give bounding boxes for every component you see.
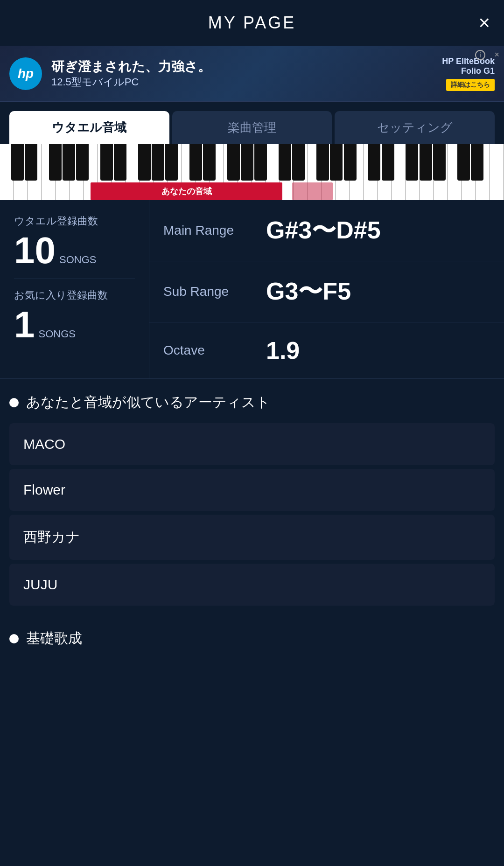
bottom-dot-icon bbox=[9, 634, 19, 643]
close-button[interactable]: × bbox=[478, 13, 490, 33]
artist-section-title: あなたと音域が似ているアーティスト bbox=[26, 393, 270, 412]
tab-settings[interactable]: セッティング bbox=[335, 111, 495, 144]
ad-close-icon[interactable]: × bbox=[494, 50, 499, 60]
range-indicator-sub bbox=[292, 182, 332, 200]
favorite-songs-label: お気に入り登録曲数 bbox=[14, 288, 135, 302]
ad-banner: hp 研ぎ澄まされた、力強さ。 12.5型モバイルPC HP EliteBook… bbox=[0, 46, 504, 102]
main-range-value: G#3〜D#5 bbox=[266, 214, 381, 247]
stats-section: ウタエル登録曲数 10 SONGS お気に入り登録曲数 1 SONGS Main… bbox=[0, 200, 504, 379]
section-dot-icon bbox=[9, 398, 19, 407]
artist-section-header: あなたと音域が似ているアーティスト bbox=[9, 393, 495, 412]
sub-range-value: G3〜F5 bbox=[266, 275, 351, 308]
tab-song-management[interactable]: 楽曲管理 bbox=[172, 111, 332, 144]
ad-text: 研ぎ澄まされた、力強さ。 12.5型モバイルPC bbox=[51, 58, 442, 89]
ad-product: HP EliteBookFolio G1 bbox=[442, 56, 495, 76]
registered-songs-count: 10 SONGS bbox=[14, 232, 135, 269]
favorite-songs-count: 1 SONGS bbox=[14, 306, 135, 343]
range-indicator-label: あなたの音域 bbox=[161, 186, 212, 197]
artist-item[interactable]: JUJU bbox=[9, 564, 495, 606]
stats-right-panel: Main Range G#3〜D#5 Sub Range G3〜F5 Octav… bbox=[149, 200, 504, 378]
bottom-section-title: 基礎歌成 bbox=[26, 629, 82, 648]
registered-songs-label: ウタエル登録曲数 bbox=[14, 214, 135, 228]
ad-headline: 研ぎ澄まされた、力強さ。 bbox=[51, 58, 442, 75]
octave-row: Octave 1.9 bbox=[149, 322, 504, 378]
range-indicator-main: あなたの音域 bbox=[91, 182, 282, 200]
artist-item[interactable]: Flower bbox=[9, 469, 495, 511]
octave-value: 1.9 bbox=[266, 336, 300, 364]
piano-keyboard: あなたの音域 bbox=[0, 144, 504, 200]
stats-left-panel: ウタエル登録曲数 10 SONGS お気に入り登録曲数 1 SONGS bbox=[0, 200, 149, 378]
tab-bar: ウタエル音域 楽曲管理 セッティング bbox=[0, 102, 504, 144]
page-header: MY PAGE × bbox=[0, 0, 504, 46]
tab-vocal-range[interactable]: ウタエル音域 bbox=[9, 111, 169, 144]
artist-item[interactable]: MACO bbox=[9, 423, 495, 465]
ad-subtext: 12.5型モバイルPC bbox=[51, 75, 442, 89]
page-title: MY PAGE bbox=[208, 13, 296, 33]
ad-logo-text: hp bbox=[18, 66, 34, 81]
artist-item[interactable]: 西野カナ bbox=[9, 515, 495, 560]
octave-label: Octave bbox=[163, 343, 266, 358]
sub-range-row: Sub Range G3〜F5 bbox=[149, 261, 504, 322]
ad-logo: hp bbox=[9, 57, 42, 90]
artist-list: MACO Flower 西野カナ JUJU bbox=[9, 423, 495, 606]
bottom-section: 基礎歌成 bbox=[0, 620, 504, 648]
main-range-row: Main Range G#3〜D#5 bbox=[149, 200, 504, 261]
ad-info-icon[interactable]: i bbox=[475, 50, 485, 60]
ad-cta-button[interactable]: 詳細はこちら bbox=[446, 79, 495, 91]
sub-range-label: Sub Range bbox=[163, 284, 266, 299]
ad-right-block: HP EliteBookFolio G1 詳細はこちら bbox=[442, 56, 495, 91]
artist-section: あなたと音域が似ているアーティスト MACO Flower 西野カナ JUJU bbox=[0, 379, 504, 620]
piano-keys: あなたの音域 bbox=[0, 144, 504, 200]
main-range-label: Main Range bbox=[163, 223, 266, 238]
